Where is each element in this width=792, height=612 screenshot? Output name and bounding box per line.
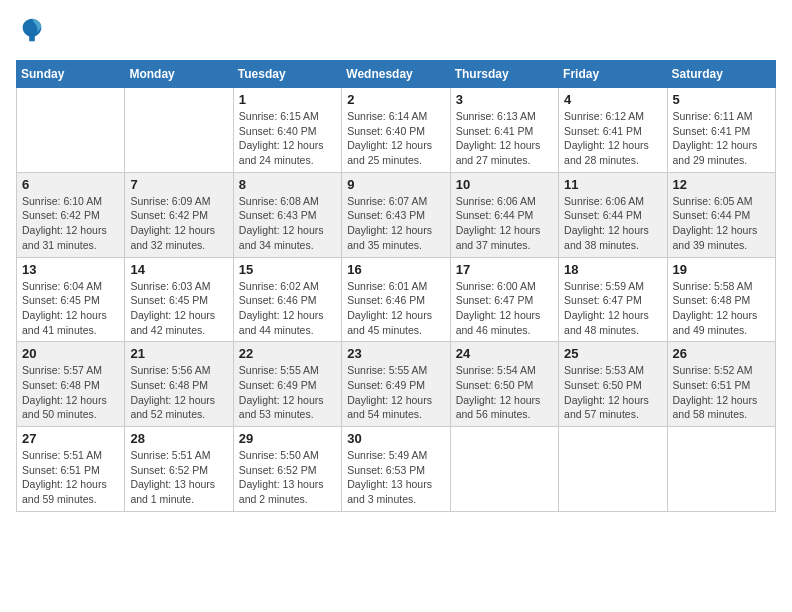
- weekday-header-tuesday: Tuesday: [233, 61, 341, 88]
- daylight-label: Daylight: 12 hours and 53 minutes.: [239, 394, 324, 421]
- sunrise-label: Sunrise: 6:14 AM: [347, 110, 427, 122]
- calendar-week-5: 27 Sunrise: 5:51 AM Sunset: 6:51 PM Dayl…: [17, 427, 776, 512]
- day-info: Sunrise: 6:06 AM Sunset: 6:44 PM Dayligh…: [456, 194, 553, 253]
- day-number: 22: [239, 346, 336, 361]
- day-info: Sunrise: 5:53 AM Sunset: 6:50 PM Dayligh…: [564, 363, 661, 422]
- daylight-label: Daylight: 12 hours and 31 minutes.: [22, 224, 107, 251]
- sunset-label: Sunset: 6:45 PM: [22, 294, 100, 306]
- sunrise-label: Sunrise: 6:01 AM: [347, 280, 427, 292]
- calendar-cell: 15 Sunrise: 6:02 AM Sunset: 6:46 PM Dayl…: [233, 257, 341, 342]
- calendar-cell: 8 Sunrise: 6:08 AM Sunset: 6:43 PM Dayli…: [233, 172, 341, 257]
- daylight-label: Daylight: 12 hours and 44 minutes.: [239, 309, 324, 336]
- sunrise-label: Sunrise: 5:56 AM: [130, 364, 210, 376]
- calendar-cell: [125, 88, 233, 173]
- calendar-cell: 28 Sunrise: 5:51 AM Sunset: 6:52 PM Dayl…: [125, 427, 233, 512]
- weekday-header-thursday: Thursday: [450, 61, 558, 88]
- sunset-label: Sunset: 6:43 PM: [347, 209, 425, 221]
- day-info: Sunrise: 6:12 AM Sunset: 6:41 PM Dayligh…: [564, 109, 661, 168]
- day-info: Sunrise: 5:57 AM Sunset: 6:48 PM Dayligh…: [22, 363, 119, 422]
- calendar-cell: 22 Sunrise: 5:55 AM Sunset: 6:49 PM Dayl…: [233, 342, 341, 427]
- sunrise-label: Sunrise: 5:59 AM: [564, 280, 644, 292]
- sunset-label: Sunset: 6:50 PM: [564, 379, 642, 391]
- sunset-label: Sunset: 6:41 PM: [456, 125, 534, 137]
- day-number: 9: [347, 177, 444, 192]
- day-info: Sunrise: 6:06 AM Sunset: 6:44 PM Dayligh…: [564, 194, 661, 253]
- sunrise-label: Sunrise: 6:09 AM: [130, 195, 210, 207]
- sunset-label: Sunset: 6:41 PM: [673, 125, 751, 137]
- day-info: Sunrise: 5:52 AM Sunset: 6:51 PM Dayligh…: [673, 363, 770, 422]
- calendar-cell: 26 Sunrise: 5:52 AM Sunset: 6:51 PM Dayl…: [667, 342, 775, 427]
- daylight-label: Daylight: 12 hours and 50 minutes.: [22, 394, 107, 421]
- daylight-label: Daylight: 12 hours and 28 minutes.: [564, 139, 649, 166]
- sunrise-label: Sunrise: 6:12 AM: [564, 110, 644, 122]
- sunrise-label: Sunrise: 6:08 AM: [239, 195, 319, 207]
- calendar-week-2: 6 Sunrise: 6:10 AM Sunset: 6:42 PM Dayli…: [17, 172, 776, 257]
- sunset-label: Sunset: 6:45 PM: [130, 294, 208, 306]
- sunrise-label: Sunrise: 5:57 AM: [22, 364, 102, 376]
- day-number: 8: [239, 177, 336, 192]
- day-number: 1: [239, 92, 336, 107]
- sunset-label: Sunset: 6:42 PM: [22, 209, 100, 221]
- day-number: 12: [673, 177, 770, 192]
- sunset-label: Sunset: 6:40 PM: [239, 125, 317, 137]
- day-number: 17: [456, 262, 553, 277]
- sunrise-label: Sunrise: 6:02 AM: [239, 280, 319, 292]
- calendar-week-1: 1 Sunrise: 6:15 AM Sunset: 6:40 PM Dayli…: [17, 88, 776, 173]
- weekday-header-friday: Friday: [559, 61, 667, 88]
- sunset-label: Sunset: 6:44 PM: [456, 209, 534, 221]
- calendar-cell: 20 Sunrise: 5:57 AM Sunset: 6:48 PM Dayl…: [17, 342, 125, 427]
- day-number: 11: [564, 177, 661, 192]
- calendar-cell: 12 Sunrise: 6:05 AM Sunset: 6:44 PM Dayl…: [667, 172, 775, 257]
- calendar-body: 1 Sunrise: 6:15 AM Sunset: 6:40 PM Dayli…: [17, 88, 776, 512]
- sunset-label: Sunset: 6:53 PM: [347, 464, 425, 476]
- calendar-cell: 16 Sunrise: 6:01 AM Sunset: 6:46 PM Dayl…: [342, 257, 450, 342]
- calendar-cell: [667, 427, 775, 512]
- daylight-label: Daylight: 12 hours and 41 minutes.: [22, 309, 107, 336]
- calendar-cell: [450, 427, 558, 512]
- day-number: 6: [22, 177, 119, 192]
- weekday-header-saturday: Saturday: [667, 61, 775, 88]
- calendar-cell: 3 Sunrise: 6:13 AM Sunset: 6:41 PM Dayli…: [450, 88, 558, 173]
- sunrise-label: Sunrise: 5:51 AM: [130, 449, 210, 461]
- sunset-label: Sunset: 6:48 PM: [130, 379, 208, 391]
- day-number: 10: [456, 177, 553, 192]
- logo: [16, 16, 46, 48]
- day-info: Sunrise: 5:49 AM Sunset: 6:53 PM Dayligh…: [347, 448, 444, 507]
- day-info: Sunrise: 5:58 AM Sunset: 6:48 PM Dayligh…: [673, 279, 770, 338]
- sunset-label: Sunset: 6:48 PM: [22, 379, 100, 391]
- calendar-cell: 4 Sunrise: 6:12 AM Sunset: 6:41 PM Dayli…: [559, 88, 667, 173]
- calendar-cell: 25 Sunrise: 5:53 AM Sunset: 6:50 PM Dayl…: [559, 342, 667, 427]
- calendar-cell: [17, 88, 125, 173]
- daylight-label: Daylight: 12 hours and 29 minutes.: [673, 139, 758, 166]
- calendar-cell: [559, 427, 667, 512]
- day-info: Sunrise: 5:50 AM Sunset: 6:52 PM Dayligh…: [239, 448, 336, 507]
- day-number: 14: [130, 262, 227, 277]
- daylight-label: Daylight: 12 hours and 48 minutes.: [564, 309, 649, 336]
- daylight-label: Daylight: 12 hours and 32 minutes.: [130, 224, 215, 251]
- day-info: Sunrise: 6:04 AM Sunset: 6:45 PM Dayligh…: [22, 279, 119, 338]
- day-number: 27: [22, 431, 119, 446]
- day-number: 30: [347, 431, 444, 446]
- sunrise-label: Sunrise: 6:00 AM: [456, 280, 536, 292]
- daylight-label: Daylight: 12 hours and 57 minutes.: [564, 394, 649, 421]
- day-number: 28: [130, 431, 227, 446]
- sunset-label: Sunset: 6:44 PM: [673, 209, 751, 221]
- calendar-cell: 9 Sunrise: 6:07 AM Sunset: 6:43 PM Dayli…: [342, 172, 450, 257]
- calendar: SundayMondayTuesdayWednesdayThursdayFrid…: [16, 60, 776, 512]
- daylight-label: Daylight: 13 hours and 2 minutes.: [239, 478, 324, 505]
- day-info: Sunrise: 6:08 AM Sunset: 6:43 PM Dayligh…: [239, 194, 336, 253]
- daylight-label: Daylight: 13 hours and 1 minute.: [130, 478, 215, 505]
- sunrise-label: Sunrise: 6:10 AM: [22, 195, 102, 207]
- day-info: Sunrise: 6:01 AM Sunset: 6:46 PM Dayligh…: [347, 279, 444, 338]
- day-info: Sunrise: 5:51 AM Sunset: 6:51 PM Dayligh…: [22, 448, 119, 507]
- sunset-label: Sunset: 6:46 PM: [347, 294, 425, 306]
- sunset-label: Sunset: 6:42 PM: [130, 209, 208, 221]
- calendar-cell: 2 Sunrise: 6:14 AM Sunset: 6:40 PM Dayli…: [342, 88, 450, 173]
- day-info: Sunrise: 5:55 AM Sunset: 6:49 PM Dayligh…: [239, 363, 336, 422]
- calendar-cell: 18 Sunrise: 5:59 AM Sunset: 6:47 PM Dayl…: [559, 257, 667, 342]
- daylight-label: Daylight: 12 hours and 34 minutes.: [239, 224, 324, 251]
- day-info: Sunrise: 6:10 AM Sunset: 6:42 PM Dayligh…: [22, 194, 119, 253]
- day-number: 7: [130, 177, 227, 192]
- sunset-label: Sunset: 6:52 PM: [130, 464, 208, 476]
- day-number: 16: [347, 262, 444, 277]
